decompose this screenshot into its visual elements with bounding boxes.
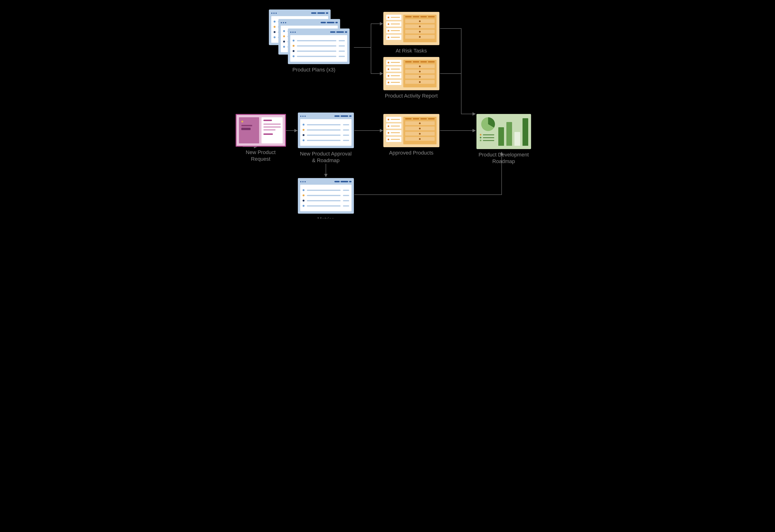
node-at-risk-tasks: At Risk Tasks (383, 12, 440, 54)
node-label: New Product Approval & Roadmap (298, 151, 354, 164)
node-label: Product Activity Report (383, 93, 440, 99)
node-new-product-request: New Product Request (236, 114, 286, 162)
node-new-product-approval: New Product Approval & Roadmap (298, 113, 354, 164)
legend-icon (480, 134, 495, 142)
report-icon (383, 114, 440, 147)
bar-chart-icon (498, 117, 528, 146)
node-label: Metrics (298, 216, 354, 218)
node-product-activity-report: Product Activity Report (383, 57, 440, 99)
node-label: At Risk Tasks (383, 47, 440, 54)
report-icon (383, 12, 440, 45)
dashboard-icon (477, 114, 531, 149)
node-label: Product Development Roadmap (477, 151, 531, 165)
node-product-plans: Product Plans (x3) (269, 9, 354, 73)
node-label: Product Plans (x3) (283, 66, 345, 73)
node-label: New Product Request (236, 149, 286, 162)
report-icon (383, 57, 440, 90)
node-approved-products: Approved Products (383, 114, 440, 156)
diagram-canvas: Product Plans (x3) At Risk Tasks (226, 0, 549, 218)
request-icon (236, 114, 286, 147)
node-product-development-roadmap: Product Development Roadmap (477, 114, 531, 165)
sheet-icon (298, 113, 354, 148)
node-label: Approved Products (383, 150, 440, 156)
pie-chart-icon (481, 117, 495, 131)
sheet-icon (298, 178, 354, 214)
sheet-icon (288, 28, 349, 64)
node-metrics: Metrics (298, 178, 354, 218)
